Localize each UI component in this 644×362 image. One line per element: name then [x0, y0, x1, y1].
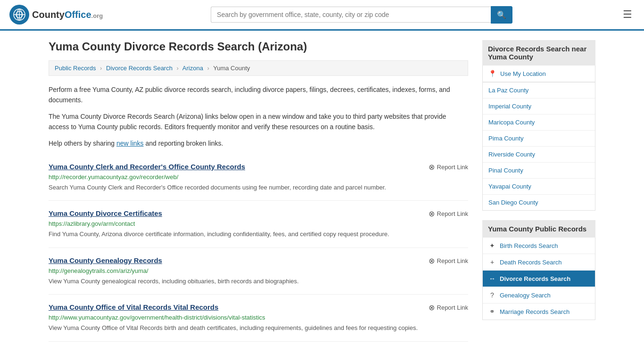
public-records-heading: Yuma County Public Records [482, 220, 595, 238]
search-input[interactable] [211, 7, 491, 23]
report-label-3: Report Link [437, 304, 468, 311]
public-record-item-2[interactable]: ↔ Divorce Records Search [483, 271, 595, 287]
nearby-county-4[interactable]: Riverside County [483, 147, 595, 163]
new-links-link[interactable]: new links [116, 140, 144, 147]
nearby-county-5[interactable]: Pinal County [483, 163, 595, 179]
site-header: CountyOffice.org 🔍 ☰ [0, 0, 644, 31]
public-record-item-4[interactable]: ⚭ Marriage Records Search [483, 304, 595, 320]
public-record-label-2: Divorce Records Search [500, 275, 570, 282]
nearby-county-link-3[interactable]: Pima County [483, 131, 595, 146]
logo-icon [9, 5, 29, 25]
public-record-link-3[interactable]: ? Genealogy Search [483, 287, 595, 303]
nearby-county-link-1[interactable]: Imperial County [483, 99, 595, 114]
record-item: Yuma County Genealogy Records ⊗ Report L… [49, 248, 468, 295]
hamburger-icon: ☰ [623, 8, 632, 20]
public-record-label-3: Genealogy Search [500, 292, 551, 299]
description-1: Perform a free Yuma County, AZ public di… [49, 84, 468, 106]
breadcrumb-sep-3: › [207, 65, 209, 72]
public-records-list: ✦ Birth Records Search + Death Records S… [482, 238, 595, 320]
public-record-item-0[interactable]: ✦ Birth Records Search [483, 238, 595, 254]
use-location-item[interactable]: 📍 Use My Location [483, 66, 595, 82]
nearby-county-link-5[interactable]: Pinal County [483, 163, 595, 178]
nearby-county-1[interactable]: Imperial County [483, 99, 595, 115]
location-pin-icon: 📍 [488, 70, 496, 77]
nearby-county-2[interactable]: Maricopa County [483, 115, 595, 131]
breadcrumb-divorce-records[interactable]: Divorce Records Search [106, 65, 173, 72]
menu-button[interactable]: ☰ [620, 6, 635, 23]
record-desc-0: Search Yuma County Clerk and Recorder's … [49, 183, 468, 192]
records-list: Yuma County Clerk and Recorder's Office … [49, 154, 468, 342]
nearby-section: Divorce Records Search near Yuma County … [482, 40, 595, 211]
record-title-3[interactable]: Yuma County Office of Vital Records Vita… [49, 303, 218, 311]
report-icon-1: ⊗ [429, 209, 435, 218]
record-url-2[interactable]: http://genealogytrails.com/ariz/yuma/ [49, 267, 468, 274]
search-button[interactable]: 🔍 [491, 6, 512, 24]
nearby-county-link-2[interactable]: Maricopa County [483, 115, 595, 130]
content-area: Yuma County Divorce Records Search (Ariz… [49, 40, 468, 342]
record-item: Yuma County Office of Vital Records Vita… [49, 295, 468, 342]
record-desc-3: View Yuma County Office of Vital Records… [49, 323, 468, 333]
record-desc-1: Find Yuma County, Arizona divorce certif… [49, 230, 468, 239]
record-title-0[interactable]: Yuma County Clerk and Recorder's Office … [49, 163, 245, 171]
record-header: Yuma County Clerk and Recorder's Office … [49, 163, 468, 172]
description-3: Help others by sharing new links and rep… [49, 138, 468, 148]
public-record-link-4[interactable]: ⚭ Marriage Records Search [483, 304, 595, 320]
nearby-counties-list: La Paz CountyImperial CountyMaricopa Cou… [482, 82, 595, 211]
public-records-section: Yuma County Public Records ✦ Birth Recor… [482, 220, 595, 320]
search-icon: 🔍 [497, 11, 506, 19]
use-location-link[interactable]: 📍 Use My Location [483, 66, 595, 82]
nearby-county-7[interactable]: San Diego County [483, 195, 595, 210]
nearby-heading: Divorce Records Search near Yuma County [482, 40, 595, 66]
public-record-label-1: Death Records Search [500, 259, 562, 266]
record-url-3[interactable]: http://www.yumacountyaz.gov/government/h… [49, 314, 468, 321]
public-record-icon-4: ⚭ [488, 308, 496, 315]
report-icon-0: ⊗ [429, 163, 435, 172]
record-header: Yuma County Divorce Certificates ⊗ Repor… [49, 209, 468, 218]
report-link-0[interactable]: ⊗ Report Link [429, 163, 468, 172]
public-record-label-0: Birth Records Search [500, 242, 558, 249]
public-record-link-2[interactable]: ↔ Divorce Records Search [483, 271, 595, 287]
record-header: Yuma County Genealogy Records ⊗ Report L… [49, 256, 468, 265]
logo[interactable]: CountyOffice.org [9, 5, 103, 25]
report-link-3[interactable]: ⊗ Report Link [429, 303, 468, 312]
sidebar: Divorce Records Search near Yuma County … [482, 40, 595, 342]
public-record-icon-3: ? [488, 291, 496, 299]
nearby-county-link-6[interactable]: Yavapai County [483, 179, 595, 194]
nearby-county-link-7[interactable]: San Diego County [483, 195, 595, 210]
record-url-1[interactable]: https://azlibrary.gov/arm/contact [49, 220, 468, 227]
public-record-icon-2: ↔ [488, 275, 496, 282]
report-label-2: Report Link [437, 257, 468, 264]
public-record-link-1[interactable]: + Death Records Search [483, 254, 595, 270]
public-record-item-1[interactable]: + Death Records Search [483, 254, 595, 271]
description-3-pre: Help others by sharing [49, 140, 116, 147]
public-record-link-0[interactable]: ✦ Birth Records Search [483, 238, 595, 254]
breadcrumb: Public Records › Divorce Records Search … [49, 60, 468, 76]
public-record-icon-1: + [488, 258, 496, 266]
search-bar: 🔍 [211, 6, 512, 24]
public-record-label-4: Marriage Records Search [500, 308, 570, 315]
record-url-0[interactable]: http://recorder.yumacountyaz.gov/recorde… [49, 173, 468, 181]
record-title-2[interactable]: Yuma County Genealogy Records [49, 256, 162, 264]
nearby-list: 📍 Use My Location [482, 66, 595, 82]
description-2: The Yuma County Divorce Records Search (… [49, 111, 468, 132]
breadcrumb-arizona[interactable]: Arizona [182, 65, 203, 72]
record-item: Yuma County Divorce Certificates ⊗ Repor… [49, 201, 468, 248]
nearby-county-link-4[interactable]: Riverside County [483, 147, 595, 162]
nearby-county-0[interactable]: La Paz County [483, 82, 595, 99]
public-record-item-3[interactable]: ? Genealogy Search [483, 287, 595, 304]
breadcrumb-public-records[interactable]: Public Records [55, 65, 96, 72]
breadcrumb-sep-2: › [177, 65, 179, 72]
record-title-1[interactable]: Yuma County Divorce Certificates [49, 209, 162, 217]
breadcrumb-current: Yuma County [213, 65, 250, 72]
report-link-1[interactable]: ⊗ Report Link [429, 209, 468, 218]
nearby-county-link-0[interactable]: La Paz County [483, 82, 595, 98]
page-title: Yuma County Divorce Records Search (Ariz… [49, 40, 468, 53]
record-item: Yuma County Clerk and Recorder's Office … [49, 154, 468, 201]
logo-text: CountyOffice.org [32, 9, 103, 20]
main-container: Yuma County Divorce Records Search (Ariz… [39, 31, 605, 351]
nearby-county-6[interactable]: Yavapai County [483, 179, 595, 195]
report-link-2[interactable]: ⊗ Report Link [429, 256, 468, 265]
report-icon-2: ⊗ [429, 256, 435, 265]
nearby-county-3[interactable]: Pima County [483, 131, 595, 147]
report-label-0: Report Link [437, 164, 468, 171]
